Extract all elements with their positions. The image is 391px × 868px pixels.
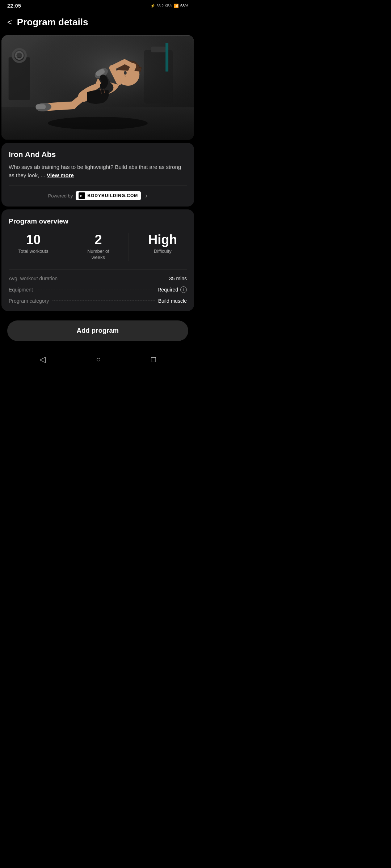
detail-row-duration: Avg. workout duration 35 mins [9,276,187,281]
svg-point-28 [122,83,124,85]
page-header: < Program details [0,11,196,35]
svg-rect-4 [12,54,26,57]
svg-rect-3 [9,57,30,100]
overview-title: Program overview [9,217,187,225]
detail-value-category: Build muscle [158,298,187,304]
bottom-navigation: ◁ ○ □ [0,349,196,371]
powered-by-label: Powered by [48,193,73,199]
detail-row-equipment: Equipment Required i [9,286,187,293]
stat-weeks: 2 Number ofweeks [87,233,109,261]
hero-svg [1,35,194,140]
detail-value-equipment: Required i [157,286,187,293]
dotted-line-1 [61,278,165,278]
stat-divider-1 [68,233,68,261]
brand-logo[interactable]: B BODYBUILDING.COM [76,191,141,200]
status-bar: 22:05 ⚡ 36.2 KB/s 📶 68% [0,0,196,11]
stat-difficulty-value: High [148,233,177,246]
network-speed: 36.2 KB/s [157,4,172,8]
bluetooth-icon: ⚡ [150,4,155,8]
home-nav-button[interactable]: ○ [96,355,101,364]
info-icon[interactable]: i [180,286,187,293]
signal-icon: 📶 [174,4,179,8]
svg-text:B: B [80,194,83,198]
svg-rect-8 [151,47,165,52]
svg-point-10 [48,117,148,129]
svg-rect-13 [36,104,46,109]
program-title: Iron And Abs [9,150,187,159]
dotted-line-2 [37,289,154,289]
back-nav-button[interactable]: ◁ [39,355,46,364]
program-card: Iron And Abs Who says ab training has to… [1,143,194,207]
recent-nav-button[interactable]: □ [151,355,156,364]
stat-total-workouts-label: Total workouts [18,248,49,255]
back-button[interactable]: < [7,18,12,26]
brand-icon: B [79,192,85,199]
detail-row-category: Program category Build muscle [9,298,187,304]
stat-weeks-label: Number ofweeks [87,248,109,261]
detail-rows: Avg. workout duration 35 mins Equipment … [9,269,187,304]
detail-label-equipment: Equipment [9,287,33,293]
hero-image [1,35,194,140]
stat-total-workouts: 10 Total workouts [18,233,49,261]
status-time: 22:05 [7,3,21,9]
view-more-link[interactable]: View more [47,172,74,178]
stat-total-workouts-value: 10 [18,233,49,246]
detail-value-duration: 35 mins [169,276,187,281]
dotted-line-3 [52,300,154,301]
chevron-right-icon: › [145,192,147,200]
svg-point-16 [124,71,127,75]
stat-difficulty: High Difficulty [148,233,177,261]
program-description: Who says ab training has to be lightweig… [9,163,187,179]
add-program-button[interactable]: Add program [7,320,188,341]
battery-text: 68% [180,4,188,8]
powered-by-row: Powered by B BODYBUILDING.COM › [9,185,187,207]
stats-row: 10 Total workouts 2 Number ofweeks High … [9,233,187,261]
stat-difficulty-label: Difficulty [148,248,177,255]
add-button-container: Add program [0,314,196,349]
page-title: Program details [17,17,88,28]
overview-card: Program overview 10 Total workouts 2 Num… [1,209,194,311]
detail-label-category: Program category [9,298,49,304]
hero-image-container [1,35,194,140]
stat-divider-2 [129,233,129,261]
brand-name: BODYBUILDING.COM [87,193,138,198]
status-icons: ⚡ 36.2 KB/s 📶 68% [150,4,188,8]
svg-rect-9 [165,43,168,72]
detail-label-duration: Avg. workout duration [9,276,58,281]
bodybuilding-icon: B [79,193,84,198]
stat-weeks-value: 2 [87,233,109,246]
